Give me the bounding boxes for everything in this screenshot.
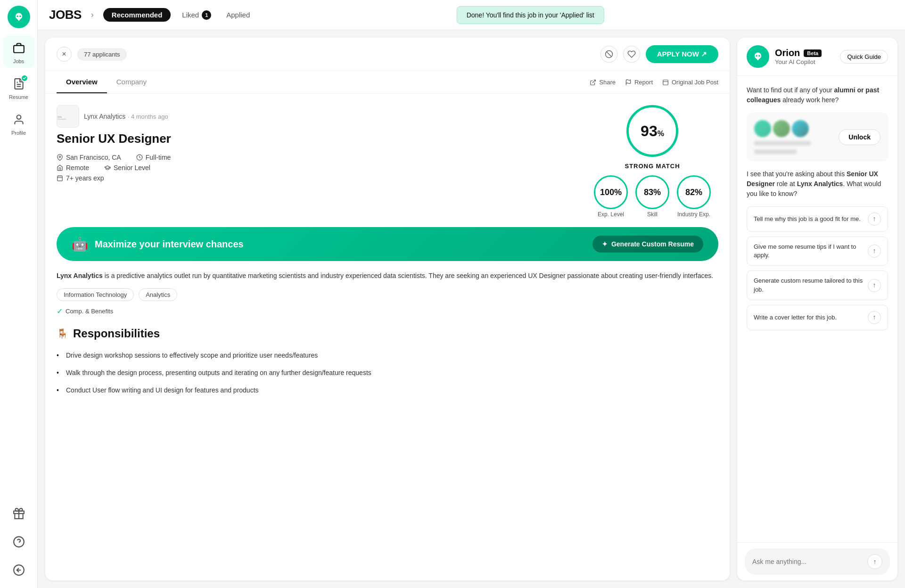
check-icon: ✓ [57,307,63,316]
sidebar-item-profile[interactable]: Profile [3,107,35,139]
exp-level-label: Exp. Level [598,211,624,218]
ai-input-area: ↑ [737,542,897,580]
job-panel-header: × 77 applicants Generate Custom Re [45,38,730,71]
tag-it[interactable]: Information Technology [57,288,134,301]
share-button[interactable]: Share [590,79,616,86]
responsibilities-title: Responsibilities [73,327,160,340]
blurred-avatar-2 [773,120,790,137]
ai-send-button[interactable]: ↑ [867,554,882,569]
blurred-avatars [754,120,811,137]
nav-tab-applied[interactable]: Applied [222,9,254,21]
ai-input-field[interactable] [752,558,867,565]
location-value: San Francisco, CA [66,154,121,161]
unlock-button[interactable]: Unlock [839,129,880,145]
ai-title-area: Orion Beta Your AI Copilot [775,48,834,65]
job-header-row: lynx lynxanalytics Lynx Analytics · 4 mo… [57,105,718,218]
job-tabs: Overview Company Share Report [45,71,730,94]
responsibilities-header: 🪑 Responsibilities [57,327,718,340]
gen-btn-label: Generate Custom Resume [611,240,694,248]
suggestion-cover[interactable]: Write a cover letter for this job. ↑ [747,305,888,330]
sidebar-item-gifts[interactable] [3,501,35,526]
svg-rect-3 [14,46,24,53]
top-nav: JOBS › Recommended Liked 1 Applied Done!… [38,0,905,30]
remote-value: Remote [66,164,89,172]
cta-banner-left: 🤖 Maximize your interview chances [72,237,244,252]
sidebar-item-back[interactable] [3,558,35,582]
gen-btn-icon: ✦ [602,240,608,248]
ai-alumni-message: Want to find out if any of your alumni o… [747,85,888,105]
main-score-circle: 93% [626,105,678,157]
sidebar-item-help[interactable] [3,530,35,554]
cta-icon: 🤖 [72,237,88,252]
blurred-text-2 [754,149,797,154]
job-panel: × 77 applicants Generate Custom Re [45,38,730,580]
tab-company[interactable]: Company [107,71,156,93]
svg-point-6 [16,115,21,119]
responsibility-3: Conduct User flow writing and UI design … [57,382,718,399]
ai-body: Want to find out if any of your alumni o… [737,76,897,542]
applicants-badge: 77 applicants [77,48,127,61]
tab-overview[interactable]: Overview [57,71,107,93]
nav-tab-liked[interactable]: Liked 1 [178,8,215,22]
svg-point-1 [16,16,18,17]
report-button[interactable]: Report [625,79,653,86]
generate-resume-button[interactable]: ✦ Generate Custom Resume [592,236,703,253]
location-item: San Francisco, CA [57,154,121,161]
svg-point-28 [756,55,757,57]
nav-tab-recommended[interactable]: Recommended [103,8,171,22]
suggestion-resume[interactable]: Generate custom resume tailored to this … [747,270,888,300]
ai-suggestions: Tell me why this job is a good fit for m… [747,206,888,330]
comp-benefits: ✓ Comp. & Benefits [57,307,718,316]
unlock-area: Unlock [747,113,888,162]
responsibility-1: Drive design workshop sessions to effect… [57,347,718,364]
suggestion-fit[interactable]: Tell me why this job is a good fit for m… [747,206,888,232]
sidebar-bottom [3,501,35,582]
quick-guide-button[interactable]: Quick Guide [840,50,888,64]
block-button[interactable] [601,46,617,63]
svg-point-2 [19,16,21,17]
sidebar-item-jobs[interactable]: Jobs [3,36,35,68]
main-area: JOBS › Recommended Liked 1 Applied Done!… [38,0,905,588]
back-icon [10,562,27,579]
profile-label: Profile [11,130,26,136]
content-row: × 77 applicants Generate Custom Re [38,30,905,588]
skill-circle: 83% Skill [635,175,669,218]
company-row: lynx lynxanalytics Lynx Analytics · 4 mo… [57,105,575,128]
tag-analytics[interactable]: Analytics [139,288,177,301]
blurred-avatar-3 [792,120,809,137]
industry-circle: 82% Industry Exp. [677,175,711,218]
ai-panel-header: Orion Beta Your AI Copilot Quick Guide [737,38,897,76]
gift-icon [10,505,27,522]
job-meta-row-2: Remote Senior Level [57,164,575,172]
cta-banner-text: Maximize your interview chances [95,239,244,250]
original-post-button[interactable]: Original Job Post [662,79,718,86]
resume-label: Resume [9,94,28,100]
blurred-text-1 [754,141,811,146]
suggestion-tips[interactable]: Give me some resume tips if I want to ap… [747,237,888,266]
main-score-value: 93% [641,122,664,140]
suggestion-tips-arrow: ↑ [868,245,881,258]
app-logo[interactable] [8,6,30,28]
ai-context-message: I see that you're asking about this Seni… [747,169,888,199]
job-content: lynx lynxanalytics Lynx Analytics · 4 mo… [45,94,730,410]
apply-button[interactable]: Generate Custom Resume APPLY NOW ↗ [646,45,718,63]
svg-text:lynx: lynx [58,115,62,118]
job-meta: San Francisco, CA Full-time [57,154,575,182]
ai-subtitle: Your AI Copilot [775,58,834,65]
ai-beta-badge: Beta [804,49,822,57]
level-item: Senior Level [104,164,150,172]
ai-title-row: Orion Beta [775,48,834,58]
company-logo: lynx lynxanalytics [57,105,79,128]
svg-point-21 [59,156,61,158]
ai-name: Orion [775,48,800,58]
sidebar-item-resume[interactable]: Resume [3,72,35,104]
breadcrumb-arrow: › [91,10,94,20]
exp-level-ring: 100% [594,175,628,209]
like-button[interactable] [623,46,640,63]
remote-item: Remote [57,164,89,172]
liked-badge: 1 [202,10,211,20]
job-meta-row-1: San Francisco, CA Full-time [57,154,575,161]
close-button[interactable]: × [57,47,72,62]
level-value: Senior Level [114,164,150,172]
job-title: Senior UX Designer [57,131,575,146]
